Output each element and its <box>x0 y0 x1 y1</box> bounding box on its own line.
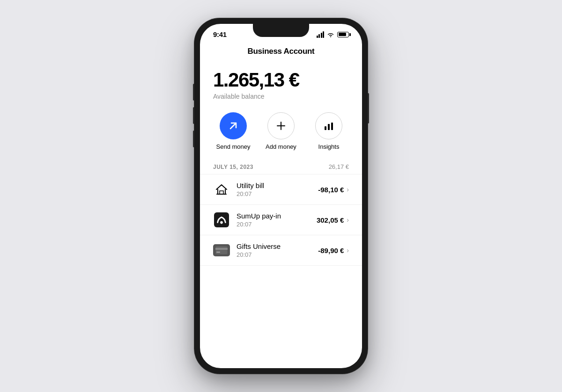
page-header: Business Account <box>200 41 362 60</box>
transaction-item-gifts[interactable]: Gifts Universe 20:07 -89,90 € › <box>200 235 362 265</box>
svg-rect-5 <box>331 123 333 130</box>
sumup-chevron: › <box>347 216 349 224</box>
gifts-chevron: › <box>347 247 349 254</box>
add-money-circle <box>267 112 295 139</box>
svg-rect-9 <box>215 248 228 250</box>
transaction-item-sumup[interactable]: SumUp pay-in 20:07 302,05 € › <box>200 205 362 235</box>
battery-icon <box>337 32 349 37</box>
svg-rect-6 <box>220 191 223 194</box>
svg-point-7 <box>220 221 223 224</box>
gifts-amount: -89,90 € <box>318 247 344 254</box>
svg-rect-10 <box>216 252 220 253</box>
transactions-section: JULY 15, 2023 26,17 € Utility bill 20:0 <box>200 160 362 368</box>
wifi-icon <box>327 32 334 37</box>
sumup-icon <box>213 211 230 228</box>
gifts-icon <box>213 242 230 259</box>
phone-screen: 9:41 <box>200 24 362 368</box>
status-bar: 9:41 <box>200 24 362 41</box>
add-icon <box>276 121 286 131</box>
insights-chart-icon <box>324 121 334 131</box>
actions-section: Send money Add money <box>200 108 362 160</box>
time-display: 9:41 <box>213 30 227 38</box>
notch <box>253 24 309 37</box>
divider-4 <box>200 265 362 266</box>
svg-rect-3 <box>325 126 326 130</box>
date-label: JULY 15, 2023 <box>213 164 253 170</box>
insights-label: Insights <box>318 143 340 150</box>
utility-amount-wrapper: -98,10 € › <box>318 186 349 194</box>
action-add[interactable]: Add money <box>257 112 305 150</box>
balance-section: 1.265,13 € Available balance <box>200 60 362 108</box>
signal-icon <box>317 31 325 38</box>
sumup-details: SumUp pay-in 20:07 <box>237 212 317 228</box>
send-arrow-icon <box>227 120 239 132</box>
utility-time: 20:07 <box>237 190 318 197</box>
gifts-details: Gifts Universe 20:07 <box>237 242 318 258</box>
gifts-amount-wrapper: -89,90 € › <box>318 247 349 254</box>
utility-amount: -98,10 € <box>318 186 344 194</box>
sumup-amount: 302,05 € <box>317 216 344 224</box>
sumup-name: SumUp pay-in <box>237 212 317 220</box>
svg-line-0 <box>230 123 236 129</box>
gifts-time: 20:07 <box>237 251 318 258</box>
gifts-name: Gifts Universe <box>237 242 318 250</box>
screen-content: Business Account 1.265,13 € Available ba… <box>200 41 362 368</box>
status-icons <box>317 31 349 38</box>
insights-circle <box>315 112 342 139</box>
date-total: 26,17 € <box>329 163 349 170</box>
add-money-label: Add money <box>266 143 296 150</box>
sumup-amount-wrapper: 302,05 € › <box>317 216 349 224</box>
utility-chevron: › <box>347 186 349 193</box>
action-insights[interactable]: Insights <box>305 112 353 150</box>
sumup-time: 20:07 <box>237 221 317 228</box>
battery-fill <box>339 33 346 36</box>
send-money-label: Send money <box>216 143 251 150</box>
svg-rect-8 <box>215 246 228 254</box>
page-title: Business Account <box>248 47 315 56</box>
utility-name: Utility bill <box>237 181 318 189</box>
svg-rect-4 <box>328 124 330 130</box>
balance-amount: 1.265,13 € <box>213 69 349 91</box>
balance-label: Available balance <box>213 93 349 100</box>
phone-wrapper: 9:41 <box>194 18 368 374</box>
date-group-row: JULY 15, 2023 26,17 € <box>200 160 362 174</box>
action-send[interactable]: Send money <box>209 112 257 150</box>
transaction-item-utility[interactable]: Utility bill 20:07 -98,10 € › <box>200 174 362 204</box>
send-money-circle <box>220 112 247 139</box>
utility-icon <box>213 181 230 198</box>
utility-details: Utility bill 20:07 <box>237 181 318 197</box>
